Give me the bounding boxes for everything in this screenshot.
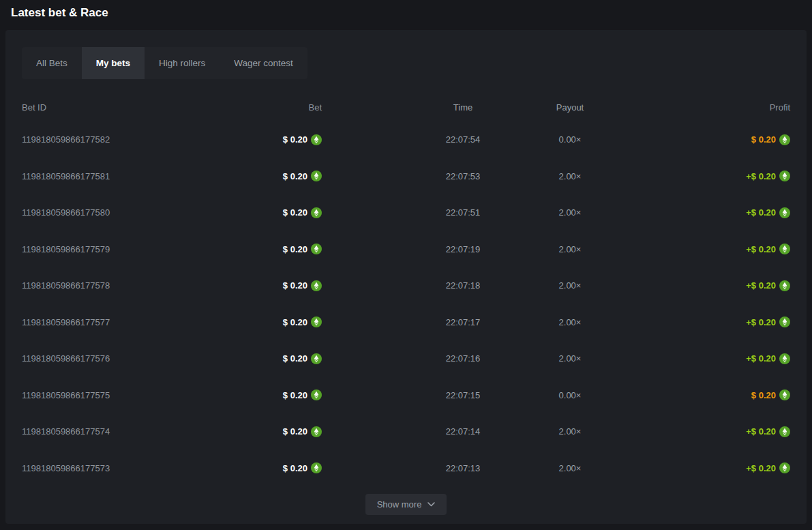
bet-payout-cell: 2.00× xyxy=(516,353,624,364)
bet-amount-cell: $ 0.20 xyxy=(196,426,322,437)
bet-id-cell: 119818059866177573 xyxy=(22,463,196,473)
bet-id-cell: 119818059866177579 xyxy=(22,244,196,254)
table-row[interactable]: 119818059866177577 $ 0.20 22:07:17 2.00×… xyxy=(5,304,807,341)
bet-amount-cell: $ 0.20 xyxy=(196,316,322,327)
eth-coin-icon xyxy=(311,244,322,254)
bet-payout-cell: 2.00× xyxy=(516,171,624,181)
eth-coin-icon xyxy=(779,389,790,400)
bet-id-cell: 119818059866177575 xyxy=(22,390,196,400)
bet-profit-cell: +$ 0.20 xyxy=(624,462,790,473)
eth-coin-icon xyxy=(311,207,322,218)
table-header-row: Bet ID Bet Time Payout Profit xyxy=(5,93,807,121)
eth-coin-icon xyxy=(779,171,790,181)
bet-amount-cell: $ 0.20 xyxy=(196,280,322,291)
bet-time-cell: 22:07:13 xyxy=(410,463,516,473)
bet-time-cell: 22:07:54 xyxy=(410,134,516,145)
header-profit: Profit xyxy=(624,102,790,113)
table-row[interactable]: 119818059866177579 $ 0.20 22:07:19 2.00×… xyxy=(5,231,807,268)
bet-amount-cell: $ 0.20 xyxy=(196,207,322,218)
eth-coin-icon xyxy=(779,462,790,473)
bet-payout-cell: 2.00× xyxy=(516,280,624,291)
table-row[interactable]: 119818059866177582 $ 0.20 22:07:54 0.00×… xyxy=(5,121,807,158)
eth-coin-icon xyxy=(779,134,790,145)
bet-payout-cell: 0.00× xyxy=(516,134,624,145)
latest-bets-panel: All Bets My bets High rollers Wager cont… xyxy=(5,30,807,524)
bet-amount-cell: $ 0.20 xyxy=(196,134,322,145)
eth-coin-icon xyxy=(311,462,322,473)
table-row[interactable]: 119818059866177575 $ 0.20 22:07:15 0.00×… xyxy=(5,377,807,414)
eth-coin-icon xyxy=(311,316,322,327)
bet-id-cell: 119818059866177580 xyxy=(22,207,196,218)
header-bet-id: Bet ID xyxy=(22,102,196,113)
bet-profit-cell: +$ 0.20 xyxy=(624,353,790,364)
bet-time-cell: 22:07:14 xyxy=(410,426,516,437)
bet-payout-cell: 0.00× xyxy=(516,390,624,400)
bet-profit-cell: +$ 0.20 xyxy=(624,280,790,291)
bet-payout-cell: 2.00× xyxy=(516,207,624,218)
bet-time-cell: 22:07:19 xyxy=(410,244,516,254)
bet-id-cell: 119818059866177578 xyxy=(22,280,196,291)
bet-payout-cell: 2.00× xyxy=(516,463,624,473)
show-more-label: Show more xyxy=(377,499,422,510)
bet-profit-cell: $ 0.20 xyxy=(624,389,790,400)
table-row[interactable]: 119818059866177576 $ 0.20 22:07:16 2.00×… xyxy=(5,340,807,377)
tab-wager-contest[interactable]: Wager contest xyxy=(220,47,307,79)
bet-amount-cell: $ 0.20 xyxy=(196,171,322,181)
table-row[interactable]: 119818059866177578 $ 0.20 22:07:18 2.00×… xyxy=(5,267,807,304)
eth-coin-icon xyxy=(311,353,322,364)
eth-coin-icon xyxy=(779,280,790,291)
eth-coin-icon xyxy=(779,207,790,218)
bet-id-cell: 119818059866177582 xyxy=(22,134,196,145)
bet-id-cell: 119818059866177577 xyxy=(22,317,196,327)
table-row[interactable]: 119818059866177580 $ 0.20 22:07:51 2.00×… xyxy=(5,194,807,231)
bet-time-cell: 22:07:17 xyxy=(410,317,516,327)
bet-profit-cell: $ 0.20 xyxy=(624,134,790,145)
bet-profit-cell: +$ 0.20 xyxy=(624,244,790,254)
bet-time-cell: 22:07:51 xyxy=(410,207,516,218)
bet-amount-cell: $ 0.20 xyxy=(196,462,322,473)
header-time: Time xyxy=(410,102,516,113)
titlebar: Latest bet & Race xyxy=(0,0,812,25)
bet-amount-cell: $ 0.20 xyxy=(196,389,322,400)
bet-payout-cell: 2.00× xyxy=(516,244,624,254)
bet-id-cell: 119818059866177581 xyxy=(22,171,196,181)
eth-coin-icon xyxy=(779,244,790,254)
bets-tab-bar: All Bets My bets High rollers Wager cont… xyxy=(22,47,307,79)
bet-profit-cell: +$ 0.20 xyxy=(624,316,790,327)
table-row[interactable]: 119818059866177574 $ 0.20 22:07:14 2.00×… xyxy=(5,413,807,450)
eth-coin-icon xyxy=(779,353,790,364)
header-bet: Bet xyxy=(196,102,322,113)
bet-profit-cell: +$ 0.20 xyxy=(624,426,790,437)
eth-coin-icon xyxy=(779,316,790,327)
bet-profit-cell: +$ 0.20 xyxy=(624,171,790,181)
header-payout: Payout xyxy=(516,102,624,113)
chevron-down-icon xyxy=(427,502,435,507)
eth-coin-icon xyxy=(311,389,322,400)
table-row[interactable]: 119818059866177581 $ 0.20 22:07:53 2.00×… xyxy=(5,158,807,195)
bet-id-cell: 119818059866177574 xyxy=(22,426,196,437)
eth-coin-icon xyxy=(311,426,322,437)
bet-payout-cell: 2.00× xyxy=(516,426,624,437)
bet-time-cell: 22:07:18 xyxy=(410,280,516,291)
bet-payout-cell: 2.00× xyxy=(516,317,624,327)
show-more-button[interactable]: Show more xyxy=(365,494,447,515)
eth-coin-icon xyxy=(311,134,322,145)
tab-all-bets[interactable]: All Bets xyxy=(22,47,82,79)
show-more-container: Show more xyxy=(5,494,807,515)
bet-amount-cell: $ 0.20 xyxy=(196,353,322,364)
tab-my-bets[interactable]: My bets xyxy=(82,47,145,79)
bet-time-cell: 22:07:53 xyxy=(410,171,516,181)
eth-coin-icon xyxy=(311,171,322,181)
bets-table-body: 119818059866177582 $ 0.20 22:07:54 0.00×… xyxy=(5,121,807,486)
table-row[interactable]: 119818059866177573 $ 0.20 22:07:13 2.00×… xyxy=(5,450,807,487)
tab-high-rollers[interactable]: High rollers xyxy=(145,47,220,79)
bet-id-cell: 119818059866177576 xyxy=(22,353,196,364)
eth-coin-icon xyxy=(779,426,790,437)
bet-time-cell: 22:07:15 xyxy=(410,390,516,400)
bet-amount-cell: $ 0.20 xyxy=(196,244,322,254)
bet-time-cell: 22:07:16 xyxy=(410,353,516,364)
eth-coin-icon xyxy=(311,280,322,291)
page-title: Latest bet & Race xyxy=(11,6,108,19)
bet-profit-cell: +$ 0.20 xyxy=(624,207,790,218)
